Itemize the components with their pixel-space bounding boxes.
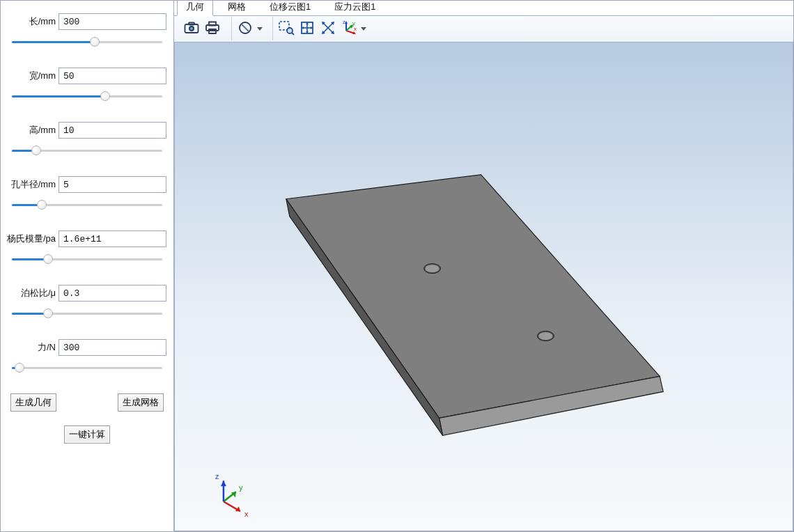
param-young-slider[interactable] <box>12 253 162 265</box>
param-width-slider[interactable] <box>12 90 162 102</box>
tab-geom[interactable]: 几何 <box>177 0 213 16</box>
param-length-slider[interactable] <box>12 36 162 48</box>
svg-text:x: x <box>354 26 357 32</box>
zoomsel-button[interactable] <box>276 18 297 39</box>
chevron-down-icon <box>257 27 263 31</box>
scene: x y z <box>175 42 793 531</box>
param-poisson-label: 泊松比/μ <box>21 287 59 299</box>
snapshot-button[interactable] <box>181 18 202 39</box>
param-poisson: 泊松比/μ <box>8 285 166 320</box>
chevron-down-icon <box>361 27 366 31</box>
param-force-label: 力/N <box>38 341 59 354</box>
axis-x-label: x <box>244 510 249 518</box>
param-force-slider[interactable] <box>12 361 162 374</box>
zoom-rect-icon <box>278 20 295 38</box>
param-width-label: 宽/mm <box>29 70 59 82</box>
axes-dropdown[interactable] <box>359 18 368 39</box>
param-width-input[interactable] <box>59 68 166 84</box>
3d-viewport[interactable]: x y z <box>174 42 793 531</box>
printer-icon <box>205 21 220 37</box>
param-height-label: 高/mm <box>29 124 59 136</box>
svg-marker-44 <box>221 480 226 486</box>
param-radius-label: 孔半径/mm <box>11 178 59 191</box>
param-young-input[interactable] <box>59 230 166 247</box>
svg-line-11 <box>292 33 294 35</box>
svg-point-36 <box>426 265 439 272</box>
axes-button[interactable]: zyx <box>338 18 359 39</box>
param-height-input[interactable] <box>59 122 166 139</box>
svg-text:z: z <box>343 20 345 25</box>
svg-rect-3 <box>189 22 194 24</box>
svg-marker-32 <box>286 175 660 418</box>
filter-dropdown[interactable] <box>256 18 264 39</box>
compute-button[interactable]: 一键计算 <box>64 425 110 444</box>
axes-icon: zyx <box>341 20 357 38</box>
camera-icon <box>184 22 199 36</box>
axis-y-label: y <box>239 483 243 492</box>
svg-point-2 <box>190 27 193 30</box>
view-toolbar: zyx <box>174 16 793 42</box>
gen-mesh-button[interactable]: 生成网格 <box>118 393 164 412</box>
param-height: 高/mm <box>8 122 166 157</box>
param-length-label: 长/mm <box>29 15 59 28</box>
print-button[interactable] <box>202 18 223 39</box>
gen-geom-button[interactable]: 生成几何 <box>10 393 56 412</box>
param-length: 长/mm <box>8 13 166 48</box>
parameter-panel: 长/mm 宽/mm 高/mm 孔半径/mm 杨氏模量/pa 泊松比/μ 力/N … <box>1 1 174 531</box>
plate-geometry <box>286 175 663 436</box>
fit-button[interactable] <box>297 18 318 39</box>
param-radius: 孔半径/mm <box>8 176 166 211</box>
param-force-input[interactable] <box>59 339 166 356</box>
zoom-arrows-icon <box>320 20 336 38</box>
axis-triad: x y z <box>215 472 249 518</box>
svg-line-8 <box>242 24 249 31</box>
filter-button[interactable] <box>235 18 256 39</box>
param-young: 杨氏模量/pa <box>8 230 166 265</box>
view-tabs: 几何网格位移云图1应力云图1 <box>174 1 793 16</box>
tab-disp[interactable]: 位移云图1 <box>260 0 320 15</box>
param-radius-slider[interactable] <box>12 198 162 211</box>
svg-point-10 <box>287 28 293 33</box>
param-height-slider[interactable] <box>12 144 162 157</box>
fit-icon <box>299 20 315 38</box>
param-young-label: 杨氏模量/pa <box>7 233 59 245</box>
svg-rect-6 <box>209 29 216 33</box>
param-poisson-slider[interactable] <box>12 307 162 320</box>
axis-z-label: z <box>215 472 219 480</box>
main-area: 几何网格位移云图1应力云图1 zyx x <box>174 1 793 531</box>
tab-mesh[interactable]: 网格 <box>219 0 255 15</box>
param-width: 宽/mm <box>8 68 166 102</box>
zoominout-button[interactable] <box>318 18 338 39</box>
param-radius-input[interactable] <box>59 176 166 193</box>
nosign-icon <box>238 20 253 38</box>
svg-rect-5 <box>209 22 216 25</box>
svg-point-38 <box>538 332 552 340</box>
tab-stress[interactable]: 应力云图1 <box>325 0 384 15</box>
param-length-input[interactable] <box>59 13 166 30</box>
param-poisson-input[interactable] <box>59 285 166 302</box>
param-force: 力/N <box>8 339 166 374</box>
